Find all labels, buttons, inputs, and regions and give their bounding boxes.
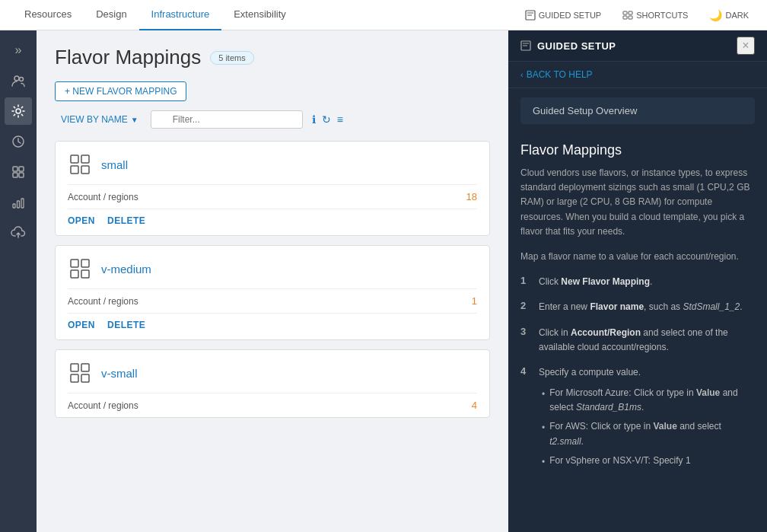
sidebar-item-users[interactable] <box>5 67 32 94</box>
sidebar: » <box>0 30 37 532</box>
main-content: Flavor Mappings 5 items + NEW FLAVOR MAP… <box>37 30 508 532</box>
svg-rect-21 <box>81 166 89 174</box>
bullet-azure-text: For Microsoft Azure: Click or type in Va… <box>549 386 755 415</box>
open-button-v-medium[interactable]: OPEN <box>68 320 95 330</box>
flavor-card: v-small Account / regions 4 <box>55 349 490 418</box>
new-flavor-mapping-button[interactable]: + NEW FLAVOR MAPPING <box>55 81 186 101</box>
flavor-cards-list: small Account / regions 18 OPEN DELETE <box>55 141 490 418</box>
svg-rect-12 <box>19 167 24 171</box>
nav-item-extensibility[interactable]: Extensibility <box>221 0 298 30</box>
dark-mode-btn[interactable]: 🌙 DARK <box>703 6 755 24</box>
items-badge: 5 items <box>210 51 253 65</box>
shortcuts-label: SHORTCUTS <box>636 11 688 20</box>
svg-rect-25 <box>81 270 89 278</box>
guided-setup-label: GUIDED SETUP <box>539 11 602 20</box>
guided-bullet-azure: • For Microsoft Azure: Click or type in … <box>542 386 755 415</box>
nav-item-resources[interactable]: Resources <box>12 0 84 30</box>
guided-panel: GUIDED SETUP × ‹ BACK TO HELP Guided Set… <box>508 30 767 532</box>
flavor-item-icon <box>68 361 92 385</box>
svg-rect-22 <box>71 260 78 267</box>
back-to-help-label: BACK TO HELP <box>527 69 593 80</box>
guided-panel-close-button[interactable]: × <box>737 37 755 55</box>
guided-panel-header: GUIDED SETUP × <box>508 30 767 62</box>
refresh-icon[interactable]: ↻ <box>322 113 331 126</box>
guided-back-link[interactable]: ‹ BACK TO HELP <box>508 62 767 88</box>
sidebar-item-deploy[interactable] <box>5 219 32 247</box>
nav-item-design[interactable]: Design <box>84 0 138 30</box>
view-by-label: VIEW BY NAME <box>61 114 128 125</box>
box-icon <box>11 164 26 180</box>
delete-button-small[interactable]: DELETE <box>107 215 145 226</box>
flavor-meta-value-small: 18 <box>466 191 477 202</box>
svg-rect-15 <box>13 204 15 208</box>
sidebar-expand[interactable]: » <box>5 37 32 64</box>
flavor-card: small Account / regions 18 OPEN DELETE <box>55 141 490 236</box>
bullet-vsphere-text: For vSphere or NSX-V/T: Specify 1 <box>549 454 690 468</box>
guided-intro-text: Cloud vendors use flavors, or instance t… <box>520 166 755 239</box>
shortcuts-icon <box>622 10 633 21</box>
flavor-meta-label: Account / regions <box>68 296 472 307</box>
svg-rect-23 <box>81 260 89 267</box>
step-3-number: 3 <box>520 326 531 355</box>
flavor-name-small[interactable]: small <box>101 158 128 171</box>
svg-rect-14 <box>19 173 24 177</box>
sidebar-item-analytics[interactable] <box>5 189 32 216</box>
users-icon <box>11 73 26 88</box>
svg-rect-19 <box>81 155 89 163</box>
guided-overview-button[interactable]: Guided Setup Overview <box>520 97 755 124</box>
nav-item-infrastructure[interactable]: Infrastructure <box>139 0 222 30</box>
sidebar-item-resources[interactable] <box>5 158 32 186</box>
svg-rect-20 <box>71 166 78 174</box>
guided-section-title: Flavor Mappings <box>520 142 755 158</box>
dark-label: DARK <box>725 11 749 20</box>
top-nav: Resources Design Infrastructure Extensib… <box>0 0 767 30</box>
step-3-text: Click in Account/Region and select one o… <box>539 326 755 355</box>
guided-step-4: 4 Specify a compute value. • For Microso… <box>520 365 755 474</box>
list-view-icon[interactable]: ≡ <box>337 113 343 126</box>
filter-input[interactable] <box>151 110 303 129</box>
flavor-name-v-small[interactable]: v-small <box>101 367 138 380</box>
guided-body: Flavor Mappings Cloud vendors use flavor… <box>508 133 767 532</box>
shortcuts-btn[interactable]: SHORTCUTS <box>616 7 694 24</box>
open-button-small[interactable]: OPEN <box>68 215 95 226</box>
flavor-meta-value-v-medium: 1 <box>472 295 477 307</box>
page-header: Flavor Mappings 5 items <box>55 46 490 69</box>
svg-rect-16 <box>18 201 20 208</box>
flavor-item-icon <box>68 256 92 281</box>
step-4-number: 4 <box>520 365 531 474</box>
guided-step-2: 2 Enter a new Flavor name, such as StdSm… <box>520 300 755 314</box>
svg-point-8 <box>20 78 24 81</box>
flavor-meta-label: Account / regions <box>68 192 466 202</box>
svg-rect-27 <box>81 364 89 371</box>
guided-step-3: 3 Click in Account/Region and select one… <box>520 326 755 355</box>
flavor-item-icon <box>68 152 92 177</box>
info-icon[interactable]: ℹ <box>312 113 316 126</box>
guided-setup-btn[interactable]: GUIDED SETUP <box>519 7 608 24</box>
svg-rect-17 <box>21 199 24 208</box>
page-title: Flavor Mappings <box>55 46 201 69</box>
sidebar-item-settings[interactable] <box>5 97 32 125</box>
flavor-name-v-medium[interactable]: v-medium <box>101 263 151 276</box>
guided-setup-icon <box>525 10 536 21</box>
svg-rect-13 <box>13 173 18 177</box>
sidebar-item-recent[interactable] <box>5 128 32 155</box>
view-by-button[interactable]: VIEW BY NAME ▼ <box>55 111 145 128</box>
delete-button-v-medium[interactable]: DELETE <box>107 320 145 330</box>
svg-rect-26 <box>71 364 78 371</box>
guided-step-1: 1 Click New Flavor Mapping. <box>520 275 755 289</box>
flavor-meta-value-v-small: 4 <box>472 400 477 411</box>
svg-rect-24 <box>71 270 78 278</box>
guided-bullet-aws: • For AWS: Click or type in Value and se… <box>542 419 755 448</box>
moon-icon: 🌙 <box>709 9 722 21</box>
svg-rect-28 <box>71 374 78 382</box>
svg-rect-29 <box>81 374 89 382</box>
bullet-dot-azure: • <box>542 387 545 402</box>
bullet-aws-text: For AWS: Click or type in Value and sele… <box>549 419 755 448</box>
svg-rect-11 <box>13 167 18 171</box>
clock-icon <box>11 134 26 149</box>
svg-rect-18 <box>71 155 78 163</box>
bullet-dot-aws: • <box>542 421 545 435</box>
svg-point-7 <box>14 76 19 81</box>
step-4-text: Specify a compute value. <box>539 367 641 377</box>
guided-map-note: Map a flavor name to a value for each ac… <box>520 250 755 264</box>
